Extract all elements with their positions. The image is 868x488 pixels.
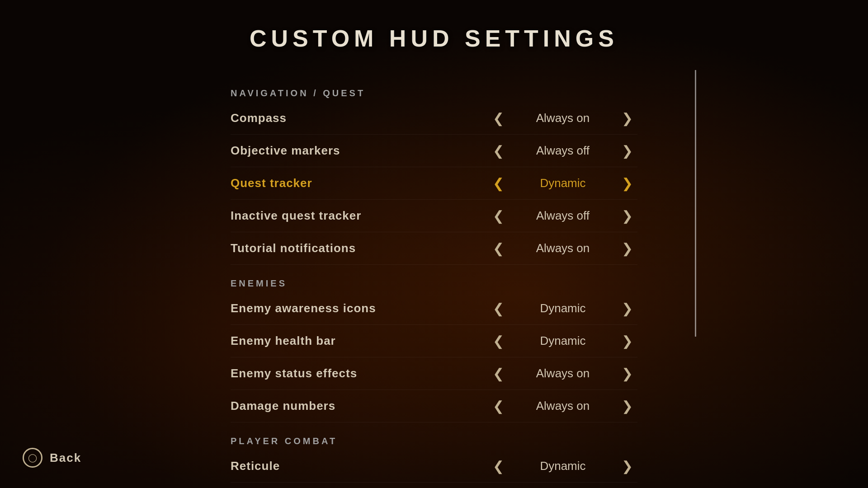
setting-name-enemy-status-effects: Enemy status effects — [231, 366, 488, 380]
arrow-right-quest-tracker[interactable]: ❯ — [617, 174, 637, 193]
section-label-navigation-quest: NAVIGATION / QUEST — [231, 88, 637, 99]
setting-name-tutorial-notifications: Tutorial notifications — [231, 241, 488, 255]
setting-row-enemy-awareness-icons: Enemy awareness icons❮Dynamic❯ — [231, 292, 637, 325]
arrow-right-enemy-health-bar[interactable]: ❯ — [617, 331, 637, 351]
page-title: CUSTOM HUD SETTINGS — [250, 25, 618, 52]
arrow-left-enemy-health-bar[interactable]: ❮ — [488, 331, 509, 351]
setting-row-tutorial-notifications: Tutorial notifications❮Always on❯ — [231, 232, 637, 265]
arrow-right-tutorial-notifications[interactable]: ❯ — [617, 239, 637, 258]
arrow-left-tutorial-notifications[interactable]: ❮ — [488, 239, 509, 258]
arrow-right-enemy-status-effects[interactable]: ❯ — [617, 364, 637, 383]
arrow-left-enemy-awareness-icons[interactable]: ❮ — [488, 299, 509, 318]
setting-row-enemy-status-effects: Enemy status effects❮Always on❯ — [231, 357, 637, 390]
setting-row-enemy-health-bar: Enemy health bar❮Dynamic❯ — [231, 325, 637, 357]
arrow-left-reticule[interactable]: ❮ — [488, 456, 509, 476]
setting-name-inactive-quest-tracker: Inactive quest tracker — [231, 209, 488, 223]
setting-name-reticule: Reticule — [231, 459, 488, 473]
arrow-left-quest-tracker[interactable]: ❮ — [488, 174, 509, 193]
setting-value-damage-numbers: Always on — [522, 399, 604, 413]
arrow-left-objective-markers[interactable]: ❮ — [488, 141, 509, 160]
setting-value-compass: Always on — [522, 111, 604, 125]
setting-control-reticule: ❮Dynamic❯ — [488, 456, 637, 476]
arrow-right-inactive-quest-tracker[interactable]: ❯ — [617, 206, 637, 225]
setting-value-reticule: Dynamic — [522, 459, 604, 473]
setting-name-quest-tracker: Quest tracker — [231, 176, 488, 190]
setting-value-objective-markers: Always off — [522, 144, 604, 158]
setting-control-enemy-awareness-icons: ❮Dynamic❯ — [488, 299, 637, 318]
setting-control-tutorial-notifications: ❮Always on❯ — [488, 239, 637, 258]
arrow-right-objective-markers[interactable]: ❯ — [617, 141, 637, 160]
setting-value-enemy-health-bar: Dynamic — [522, 334, 604, 348]
setting-value-inactive-quest-tracker: Always off — [522, 209, 604, 223]
arrow-right-enemy-awareness-icons[interactable]: ❯ — [617, 299, 637, 318]
arrow-left-damage-numbers[interactable]: ❮ — [488, 396, 509, 416]
scrollbar-track — [695, 70, 696, 337]
setting-name-enemy-awareness-icons: Enemy awareness icons — [231, 301, 488, 315]
arrow-right-reticule[interactable]: ❯ — [617, 456, 637, 476]
setting-control-damage-numbers: ❮Always on❯ — [488, 396, 637, 416]
section-label-player-combat: PLAYER COMBAT — [231, 436, 637, 446]
setting-row-quest-tracker: Quest tracker❮Dynamic❯ — [231, 167, 637, 200]
section-label-enemies: ENEMIES — [231, 278, 637, 289]
arrow-left-enemy-status-effects[interactable]: ❮ — [488, 364, 509, 383]
section-navigation-quest: NAVIGATION / QUESTCompass❮Always on❯Obje… — [231, 88, 637, 265]
setting-control-enemy-status-effects: ❮Always on❯ — [488, 364, 637, 383]
setting-name-objective-markers: Objective markers — [231, 144, 488, 158]
setting-row-inactive-quest-tracker: Inactive quest tracker❮Always off❯ — [231, 200, 637, 232]
setting-control-enemy-health-bar: ❮Dynamic❯ — [488, 331, 637, 351]
settings-container: NAVIGATION / QUESTCompass❮Always on❯Obje… — [231, 75, 637, 488]
arrow-left-compass[interactable]: ❮ — [488, 108, 509, 128]
setting-control-inactive-quest-tracker: ❮Always off❯ — [488, 206, 637, 225]
setting-name-compass: Compass — [231, 111, 488, 125]
setting-control-quest-tracker: ❮Dynamic❯ — [488, 174, 637, 193]
section-enemies: ENEMIESEnemy awareness icons❮Dynamic❯Ene… — [231, 278, 637, 422]
setting-row-compass: Compass❮Always on❯ — [231, 102, 637, 135]
setting-row-reticule: Reticule❮Dynamic❯ — [231, 450, 637, 483]
setting-value-enemy-awareness-icons: Dynamic — [522, 301, 604, 315]
arrow-left-inactive-quest-tracker[interactable]: ❮ — [488, 206, 509, 225]
setting-control-compass: ❮Always on❯ — [488, 108, 637, 128]
setting-control-objective-markers: ❮Always off❯ — [488, 141, 637, 160]
setting-row-player-health-bar: Player health bar & medicine pouch❮Dynam… — [231, 483, 637, 488]
setting-name-enemy-health-bar: Enemy health bar — [231, 334, 488, 348]
setting-name-damage-numbers: Damage numbers — [231, 399, 488, 413]
section-player-combat: PLAYER COMBATReticule❮Dynamic❯Player hea… — [231, 436, 637, 488]
setting-row-objective-markers: Objective markers❮Always off❯ — [231, 135, 637, 167]
arrow-right-compass[interactable]: ❯ — [617, 108, 637, 128]
setting-value-tutorial-notifications: Always on — [522, 241, 604, 255]
setting-value-enemy-status-effects: Always on — [522, 366, 604, 380]
setting-row-damage-numbers: Damage numbers❮Always on❯ — [231, 390, 637, 422]
setting-value-quest-tracker: Dynamic — [522, 176, 604, 190]
arrow-right-damage-numbers[interactable]: ❯ — [617, 396, 637, 416]
